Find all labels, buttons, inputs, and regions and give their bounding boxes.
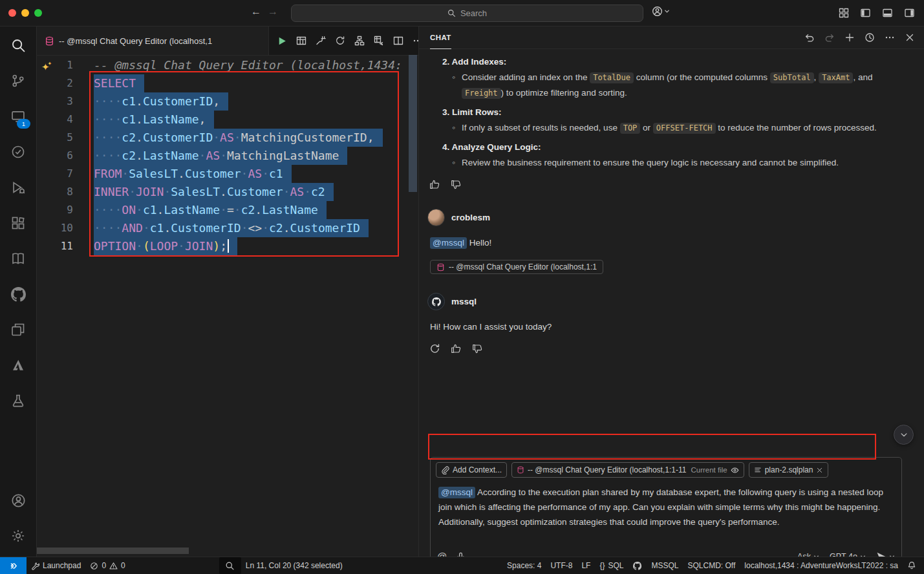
text-run: to reduce the number of rows processed. <box>716 123 877 133</box>
text-run: According to the execution plan shared b… <box>438 487 883 527</box>
sidebar-item-remote-windows[interactable] <box>0 313 36 346</box>
code-line[interactable]: 6····c2.LastName·AS·MatchingLastName <box>37 147 418 165</box>
context-chips-row: Add Context... -- @mssql Chat Query Edit… <box>431 458 901 481</box>
assistant-message-actions <box>429 343 910 354</box>
user-message-text: @mssql Hello! <box>430 236 910 250</box>
encoding-indicator[interactable]: UTF-8 <box>546 557 577 574</box>
sidebar-item-remote-explorer[interactable]: 1 <box>0 100 36 133</box>
new-chat-icon[interactable] <box>844 32 855 43</box>
toggle-primary-sidebar-icon[interactable] <box>860 8 871 18</box>
source-control-icon <box>11 74 25 88</box>
mention-chip[interactable]: @mssql <box>438 487 475 498</box>
text-run: If only a subset of results is needed, u… <box>462 123 620 133</box>
text-cursor <box>228 239 229 253</box>
close-window-button[interactable] <box>8 9 16 17</box>
code-line[interactable]: 9····ON·c1.LastName·=·c2.LastName <box>37 201 418 219</box>
message-attachment-pill[interactable]: -- @mssql Chat Query Editor (localhost,1… <box>430 260 603 274</box>
editor-horizontal-scrollbar[interactable] <box>37 547 189 554</box>
sidebar-item-github[interactable] <box>0 277 36 311</box>
sidebar-item-docs[interactable] <box>0 242 36 275</box>
thumbs-up-icon[interactable] <box>450 343 462 354</box>
change-connection-icon[interactable] <box>331 32 349 50</box>
thumbs-up-icon[interactable] <box>429 178 440 190</box>
minimize-window-button[interactable] <box>21 9 29 17</box>
text-run: Review the business requirement to ensur… <box>462 158 839 167</box>
code-line[interactable]: 10····AND·c1.CustomerID·<>·c2.CustomerID <box>37 219 418 237</box>
sidebar-item-azure[interactable] <box>0 348 36 382</box>
code-line[interactable]: 2SELECT <box>37 74 418 92</box>
tab-mssql-chat-query-editor[interactable]: -- @mssql Chat Query Editor (localhost,1 <box>37 27 269 55</box>
sqlcmd-indicator[interactable]: SQLCMD: Off <box>683 557 740 574</box>
connection-indicator[interactable]: localhost,1434 : AdventureWorksLT2022 : … <box>740 557 903 574</box>
thumbs-down-icon[interactable] <box>471 343 483 354</box>
disconnect-plug-icon[interactable] <box>312 32 330 50</box>
estimated-plan-icon[interactable] <box>370 32 388 50</box>
close-chat-icon[interactable] <box>905 32 915 43</box>
profile-menu-button[interactable] <box>652 6 670 17</box>
code-line[interactable]: 11OPTION·(LOOP·JOIN); <box>37 237 418 255</box>
database-icon <box>45 36 54 46</box>
cursor-position-indicator[interactable]: Ln 11, Col 20 (342 selected) <box>241 557 347 574</box>
customize-layout-icon[interactable] <box>839 8 849 18</box>
eol-indicator[interactable]: LF <box>577 557 595 574</box>
database-icon <box>517 466 524 474</box>
notifications-bell-icon[interactable] <box>903 557 924 574</box>
mention-chip[interactable]: @mssql <box>430 237 467 249</box>
eye-icon[interactable] <box>731 466 739 474</box>
context-chip-current-file[interactable]: -- @mssql Chat Query Editor (localhost,1… <box>511 462 744 478</box>
schema-compare-icon[interactable] <box>350 32 369 50</box>
eol-label: LF <box>581 561 590 570</box>
thumbs-down-icon[interactable] <box>450 178 462 190</box>
code-line-content: FROM·SalesLT.Customer·AS·c1 <box>94 165 292 183</box>
zoom-indicator[interactable] <box>219 557 241 574</box>
copilot-status-icon[interactable] <box>628 557 647 574</box>
chat-input-container[interactable]: Add Context... -- @mssql Chat Query Edit… <box>430 457 902 557</box>
navigate-forward-icon[interactable]: → <box>268 6 278 17</box>
code-editor[interactable]: ✦✦ 1-- @mssql Chat Query Editor (localho… <box>37 55 418 557</box>
settings-button[interactable] <box>0 519 36 553</box>
split-editor-icon[interactable] <box>389 32 407 50</box>
sidebar-item-search[interactable] <box>0 28 36 62</box>
sidebar-item-testing[interactable] <box>0 135 36 169</box>
results-grid-icon[interactable] <box>292 32 310 50</box>
add-context-button[interactable]: Add Context... <box>436 462 507 478</box>
navigate-back-icon[interactable]: ← <box>251 6 261 17</box>
retry-icon[interactable] <box>429 343 440 354</box>
chat-history-icon[interactable] <box>865 32 875 43</box>
editor-vertical-scrollbar[interactable] <box>409 55 417 192</box>
mssql-indicator[interactable]: MSSQL <box>647 557 683 574</box>
remove-attachment-icon[interactable] <box>816 467 823 474</box>
indentation-indicator[interactable]: Spaces: 4 <box>502 557 546 574</box>
code-line[interactable]: 1-- @mssql Chat Query Editor (localhost,… <box>37 56 418 74</box>
multi-window-icon <box>11 323 25 337</box>
context-chip-sqlplan[interactable]: plan-2.sqlplan <box>749 462 829 478</box>
chat-input-text[interactable]: @mssql According to the execution plan s… <box>431 481 901 529</box>
warning-icon <box>109 562 118 570</box>
code-line[interactable]: 8INNER·JOIN·SalesLT.Customer·AS·c2 <box>37 183 418 201</box>
sidebar-item-database-projects[interactable] <box>0 384 36 418</box>
error-icon <box>90 562 98 570</box>
sidebar-item-run-debug[interactable] <box>0 171 36 204</box>
undo-icon[interactable] <box>804 32 815 43</box>
sidebar-item-extensions[interactable] <box>0 206 36 240</box>
run-query-button[interactable] <box>273 32 291 50</box>
code-line[interactable]: 4····c1.LastName, <box>37 111 418 129</box>
remote-indicator[interactable] <box>0 557 27 574</box>
chat-more-actions-icon[interactable] <box>885 32 895 43</box>
code-line[interactable]: 7FROM·SalesLT.Customer·AS·c1 <box>37 165 418 183</box>
activity-bar: 1 <box>0 27 37 557</box>
scroll-to-bottom-button[interactable] <box>894 425 914 445</box>
accounts-button[interactable] <box>0 484 36 517</box>
bullet-marker: ◦ <box>452 120 455 135</box>
sidebar-item-source-control[interactable] <box>0 64 36 98</box>
zoom-window-button[interactable] <box>34 9 42 17</box>
language-mode-indicator[interactable]: {} SQL <box>595 557 628 574</box>
toggle-secondary-sidebar-icon[interactable] <box>904 8 915 18</box>
command-center-search[interactable]: Search <box>291 5 643 22</box>
launchpad-button[interactable]: Launchpad <box>27 557 85 574</box>
code-line[interactable]: 5····c2.CustomerID·AS·MatchingCustomerID… <box>37 129 418 147</box>
code-line[interactable]: 3····c1.CustomerID, <box>37 92 418 111</box>
toggle-panel-icon[interactable] <box>882 8 893 18</box>
problems-indicator[interactable]: 0 0 <box>85 557 129 574</box>
redo-icon[interactable] <box>824 32 835 43</box>
